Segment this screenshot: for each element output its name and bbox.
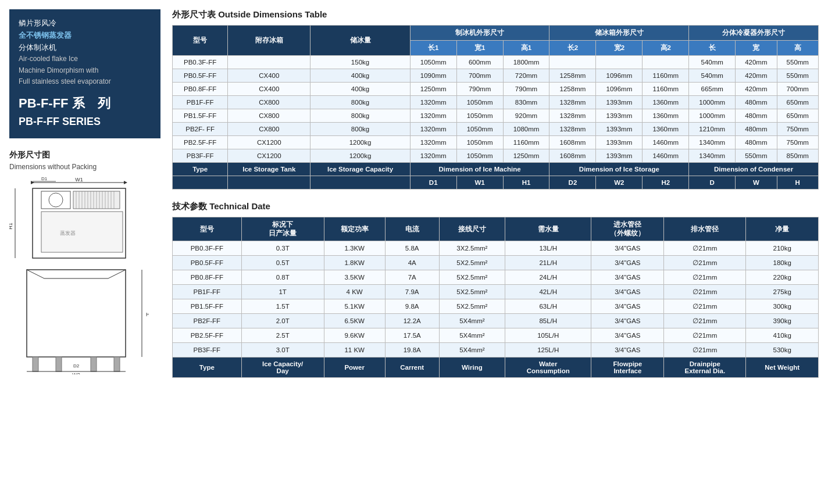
outside-dimensions-table: 型号 附存冰箱 储冰量 制冰机外形尺寸 储冰箱外形尺寸 分体冷凝器外形尺寸 长1… [172, 25, 819, 190]
col-w2: 宽2 [596, 41, 643, 56]
col-ice-storage-dims: 储冰箱外形尺寸 [549, 26, 689, 41]
svg-rect-27 [91, 357, 97, 371]
svg-line-22 [108, 270, 126, 278]
dim-subtitle: Dimensions without Packing [9, 163, 160, 171]
footer-h1: H1 [503, 176, 549, 190]
svg-rect-24 [33, 357, 38, 371]
footer-w: W [736, 176, 777, 190]
table-row: PB0.5F-FFCX400400kg1090mm700mm720mm1258m… [173, 69, 819, 83]
table-row: PB0.3F-FF150kg1050mm600mm1800mm540mm420m… [173, 56, 819, 69]
col-ice-storage-cap: 储冰量 [310, 26, 410, 56]
col-ice-storage-tank: 附存冰箱 [228, 26, 310, 56]
footer-dim-condenser: Dimension of Condenser [689, 163, 819, 176]
svg-text:蒸发器: 蒸发器 [60, 230, 76, 236]
tech-col-daily-cap: 标况下日产冰量 [241, 217, 324, 241]
product-line6: Full stainless steel evaporator [19, 76, 151, 87]
tech-footer-drain: DrainpipeExternal Dia. [664, 358, 746, 378]
tech-footer-water: WaterConsumption [505, 358, 591, 378]
svg-rect-20 [27, 270, 126, 357]
tech-footer-current: Carrent [385, 358, 439, 378]
tech-col-wiring: 接线尺寸 [439, 217, 505, 241]
table-row: PB2.5F-FFCX12001200kg1320mm1050mm1160mm1… [173, 136, 819, 149]
tech-col-type: 型号 [173, 217, 242, 241]
svg-rect-1 [41, 191, 70, 209]
footer-type: Type [173, 163, 228, 176]
svg-text:D2: D2 [73, 363, 80, 369]
product-line1: 鳞片形风冷 [19, 17, 151, 30]
table-row: PB1F-FFCX800800kg1320mm1050mm830mm1328mm… [173, 96, 819, 109]
footer-blank1 [173, 176, 228, 190]
svg-rect-26 [56, 357, 62, 371]
col-w: 宽 [736, 41, 777, 56]
table-row: PB2F-FF2.0T6.5KW12.2A5X4mm²85L/H3/4"GAS∅… [173, 314, 819, 328]
tech-footer-cap: Ice Capacity/Day [241, 358, 324, 378]
tech-col-inlet: 进水管径（外螺纹） [591, 217, 664, 241]
dimension-diagram: 蒸发器 W1 H1 [9, 177, 149, 374]
series-cn: PB-F-FF 系 列 [19, 93, 151, 113]
footer-blank2 [228, 176, 310, 190]
tech-params-table: 型号 标况下日产冰量 额定功率 电流 接线尺寸 需水量 进水管径（外螺纹） 排水… [172, 217, 819, 378]
col-ice-machine-dims: 制冰机外形尺寸 [410, 26, 549, 41]
table-row: PB0.3F-FF0.3T1.3KW5.8A3X2.5mm²13L/H3/4"G… [173, 241, 819, 256]
footer-w1: W1 [456, 176, 503, 190]
col-l1: 长1 [410, 41, 456, 56]
product-line5: Machine Dimorphism with [19, 65, 151, 76]
col-h: 高 [777, 41, 818, 56]
footer-h: H [777, 176, 818, 190]
svg-line-21 [27, 270, 44, 278]
svg-text:D1: D1 [41, 177, 48, 181]
col-w1: 宽1 [456, 41, 503, 56]
tech-footer-power: Power [324, 358, 385, 378]
tech-col-drain: 排水管径 [664, 217, 746, 241]
footer-ice-storage-cap: Ice Storage Capacity [310, 163, 410, 176]
diagram-svg: 蒸发器 W1 H1 [9, 177, 149, 374]
table-row: PB1.5F-FF1.5T5.1KW9.8A5X2.5mm²63L/H3/4"G… [173, 299, 819, 314]
svg-rect-25 [114, 357, 120, 371]
footer-d2: D2 [549, 176, 596, 190]
tech-table-title: 技术参数 Technical Date [172, 201, 819, 212]
footer-ice-storage-tank: Ice Storage Tank [228, 163, 310, 176]
svg-point-2 [49, 193, 63, 207]
series-en: PB-F-FF SERIES [19, 113, 151, 130]
product-line2: 全不锈钢蒸发器 [19, 30, 151, 42]
table-row: PB3F-FFCX12001200kg1320mm1050mm1250mm160… [173, 149, 819, 163]
table-row: PB3F-FF3.0T11 KW19.8A5X4mm²125L/H3/4"GAS… [173, 343, 819, 358]
col-h2: 高2 [643, 41, 689, 56]
footer-blank3 [310, 176, 410, 190]
table-row: PB0.8F-FFCX400400kg1250mm790mm790mm1258m… [173, 83, 819, 96]
table-row: PB0.8F-FF0.8T3.5KW7A5X2.5mm²24L/H3/4"GAS… [173, 270, 819, 285]
tech-col-weight: 净量 [746, 217, 819, 241]
right-panel: 外形尺寸表 Outside Dimensions Table 型号 附存冰箱 储… [172, 9, 819, 389]
footer-d: D [689, 176, 736, 190]
product-info-box: 鳞片形风冷 全不锈钢蒸发器 分体制冰机 Air-cooled flake Ice… [9, 9, 160, 138]
svg-text:H2: H2 [146, 312, 149, 317]
product-line3: 分体制冰机 [19, 42, 151, 54]
col-condenser-dims: 分体冷凝器外形尺寸 [689, 26, 819, 41]
table-row: PB2F- FFCX800800kg1320mm1050mm1080mm1328… [173, 123, 819, 136]
svg-text:W1: W1 [75, 177, 83, 183]
svg-text:H1: H1 [9, 223, 13, 230]
tech-col-water: 需水量 [505, 217, 591, 241]
footer-w2: W2 [596, 176, 643, 190]
col-l2: 长2 [549, 41, 596, 56]
tech-footer-wiring: Wiring [439, 358, 505, 378]
table-row: PB0.5F-FF0.5T1.8KW4A5X2.5mm²21L/H3/4"GAS… [173, 256, 819, 270]
table-row: PB2.5F-FF2.5T9.6KW17.5A5X4mm²105L/H3/4"G… [173, 328, 819, 343]
dim-title: 外形尺寸图 [9, 150, 160, 160]
table-row: PB1F-FF1T4 KW7.9A5X2.5mm²42L/H3/4"GAS∅21… [173, 285, 819, 299]
outside-table-title: 外形尺寸表 Outside Dimensions Table [172, 9, 819, 20]
tech-footer-weight: Net Weight [746, 358, 819, 378]
left-panel: 鳞片形风冷 全不锈钢蒸发器 分体制冰机 Air-cooled flake Ice… [9, 9, 160, 374]
col-l: 长 [689, 41, 736, 56]
col-h1: 高1 [503, 41, 549, 56]
tech-footer-flowpipe: FlowpipeInterface [591, 358, 664, 378]
footer-d1: D1 [410, 176, 456, 190]
col-type: 型号 [173, 26, 228, 56]
tech-footer-type: Type [173, 358, 242, 378]
tech-col-power: 额定功率 [324, 217, 385, 241]
table-row: PB1.5F-FFCX800800kg1320mm1050mm920mm1328… [173, 109, 819, 123]
footer-dim-ice-storage: Dimension of Ice Storage [549, 163, 689, 176]
product-line4: Air-cooled flake Ice [19, 53, 151, 65]
footer-dim-ice-machine: Dimension of Ice Machine [410, 163, 549, 176]
footer-h2: H2 [643, 176, 689, 190]
